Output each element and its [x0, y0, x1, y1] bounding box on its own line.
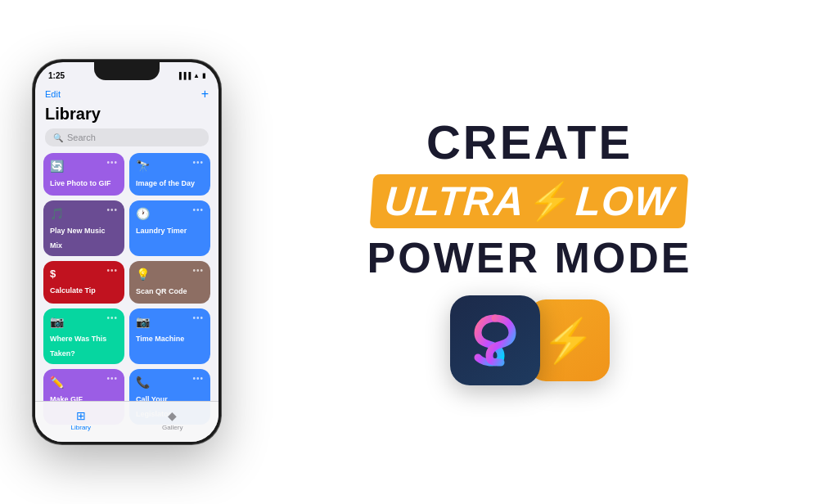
shortcut-tile-music[interactable]: ••• 🎵 Play New Music Mix: [43, 200, 124, 256]
library-title: Library: [35, 105, 219, 128]
headline-ultra-low-banner: ULTRA ⚡ LOW: [370, 174, 689, 228]
battery-icon: ▮: [202, 72, 205, 79]
phone-mockup: 1:25 Search ▐▐▐ ▲ ▮ Edit + Library 🔍 Sea…: [33, 60, 221, 444]
shortcut-tile-live-photo[interactable]: ••• 🔄 Live Photo to GIF: [43, 153, 124, 196]
shortcut-tile-where[interactable]: ••• 📷 Where Was This Taken?: [43, 308, 124, 364]
tile-menu-dots[interactable]: •••: [192, 313, 204, 322]
bolt-icon: ⚡: [542, 316, 595, 366]
signal-icon: ▐▐▐: [177, 72, 191, 79]
shortcut-tile-tip[interactable]: ••• $ Calculate Tip: [43, 261, 124, 304]
tile-name: Image of the Day: [136, 179, 195, 187]
headline-power-mode: POWER MODE: [367, 236, 692, 279]
search-placeholder: Search: [67, 133, 96, 142]
tile-menu-dots[interactable]: •••: [106, 313, 118, 322]
tab-bar: ⊞ Library ◆ Gallery: [35, 401, 219, 442]
tab-library-icon: ⊞: [76, 409, 86, 422]
tile-menu-dots[interactable]: •••: [106, 205, 118, 214]
nav-bar: Edit +: [35, 85, 219, 105]
tile-name: Scan QR Code: [136, 287, 187, 295]
shortcuts-logo-svg: [466, 312, 524, 369]
tile-menu-dots[interactable]: •••: [192, 266, 204, 275]
headline-ultra-text: ULTRA: [383, 178, 526, 225]
shortcut-tile-time-machine[interactable]: ••• 📷 Time Machine: [129, 308, 210, 364]
shortcuts-grid: ••• 🔄 Live Photo to GIF ••• 🔭 Image of t…: [35, 153, 219, 425]
shortcut-tile-laundry[interactable]: ••• 🕐 Laundry Timer: [129, 200, 210, 256]
tab-gallery[interactable]: ◆ Gallery: [162, 409, 182, 431]
tile-name: Live Photo to GIF: [50, 179, 111, 187]
phone-notch: [94, 62, 160, 80]
tile-menu-dots[interactable]: •••: [106, 266, 118, 275]
tab-library-label: Library: [71, 424, 91, 431]
tile-menu-dots[interactable]: •••: [192, 158, 204, 167]
tile-name: Calculate Tip: [50, 286, 96, 295]
tile-menu-dots[interactable]: •••: [192, 205, 204, 214]
tile-menu-dots[interactable]: •••: [192, 374, 204, 383]
tile-menu-dots[interactable]: •••: [106, 374, 118, 383]
right-section: CREATE ULTRA ⚡ LOW POWER MODE: [221, 119, 805, 385]
tab-gallery-label: Gallery: [162, 424, 182, 431]
headline-low-text: LOW: [574, 178, 676, 225]
tab-gallery-icon: ◆: [168, 409, 177, 422]
edit-button[interactable]: Edit: [45, 89, 61, 99]
bolt-separator: ⚡: [526, 180, 574, 223]
phone-frame: 1:25 Search ▐▐▐ ▲ ▮ Edit + Library 🔍 Sea…: [33, 60, 221, 444]
headline-create: CREATE: [426, 119, 633, 166]
tile-name: Where Was This Taken?: [50, 335, 106, 358]
add-shortcut-button[interactable]: +: [201, 87, 209, 101]
wifi-icon: ▲: [193, 72, 200, 79]
bolt-app-icon: ⚡: [528, 299, 610, 381]
search-icon: 🔍: [53, 133, 63, 142]
tile-name: Time Machine: [136, 335, 184, 343]
shortcut-tile-qr[interactable]: ••• 💡 Scan QR Code: [129, 261, 210, 304]
shortcuts-app-icon: [450, 295, 540, 385]
tab-library[interactable]: ⊞ Library: [71, 409, 91, 431]
status-icons: ▐▐▐ ▲ ▮: [177, 72, 205, 79]
status-time: 1:25: [48, 71, 65, 80]
search-bar[interactable]: 🔍 Search: [45, 128, 209, 146]
phone-screen: 1:25 Search ▐▐▐ ▲ ▮ Edit + Library 🔍 Sea…: [35, 62, 219, 442]
tile-menu-dots[interactable]: •••: [106, 158, 118, 167]
tile-name: Play New Music Mix: [50, 227, 106, 250]
shortcut-tile-image-of-the-day[interactable]: ••• 🔭 Image of the Day: [129, 153, 210, 196]
tile-name: Laundry Timer: [136, 227, 187, 235]
app-icons-row: ⚡: [450, 295, 610, 385]
